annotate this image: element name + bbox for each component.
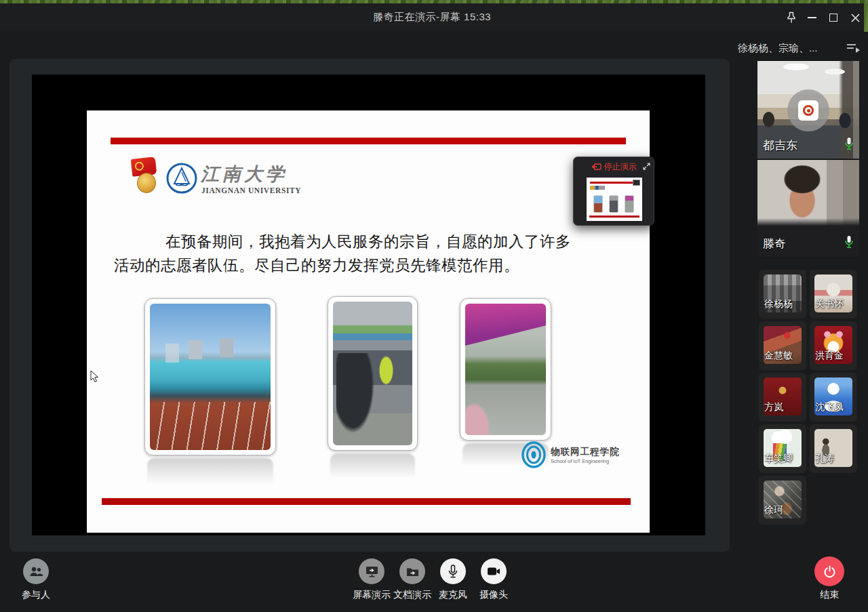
participant-names-summary: 徐杨杨、宗瑜、...	[738, 42, 846, 55]
slide-thumbnail	[587, 178, 642, 221]
camera-watermark-icon	[787, 89, 829, 131]
participants-label: 参与人	[7, 589, 64, 601]
participant-tile[interactable]: 孔涛	[810, 424, 857, 473]
university-name-cn: 江南大学	[201, 162, 288, 186]
mic-on-icon	[844, 235, 854, 251]
slide: 江南大学 JIANGNAN UNIVERSITY 在预备期间，我抱着为人民服务的…	[87, 110, 650, 533]
close-button[interactable]	[846, 9, 864, 26]
participant-tile[interactable]: 徐珂	[759, 476, 806, 525]
participant-name: 都吉东	[763, 138, 797, 153]
photo-reflection	[330, 453, 415, 485]
shared-screen: 江南大学 JIANGNAN UNIVERSITY 在预备期间，我抱着为人民服务的…	[32, 75, 705, 535]
doc-share-icon	[406, 567, 419, 577]
title-bar: 滕奇正在演示-屏幕 15:33	[0, 3, 864, 31]
participant-tile[interactable]: 金慧敏	[759, 321, 806, 370]
participant-name: 孔涛	[815, 453, 834, 465]
participant-list-header[interactable]: 徐杨杨、宗瑜、...	[738, 40, 861, 56]
presentation-stage: 江南大学 JIANGNAN UNIVERSITY 在预备期间，我抱着为人民服务的…	[9, 59, 730, 552]
doc-share-button[interactable]	[399, 558, 425, 584]
participant-name: 金慧敏	[764, 350, 793, 362]
desktop-wallpaper-strip	[864, 3, 868, 32]
participant-name: 车笑卿	[764, 453, 793, 465]
participant-tile[interactable]: 洪育金	[810, 321, 857, 370]
stop-presenting-label: 停止演示	[604, 161, 637, 173]
jiangnan-university-emblem	[165, 162, 198, 197]
expand-icon[interactable]	[643, 161, 650, 173]
people-icon	[28, 567, 43, 577]
stop-presenting-panel: 停止演示	[573, 157, 654, 226]
participant-name: 徐杨杨	[764, 298, 793, 310]
participant-tile[interactable]: 关书怀	[810, 270, 857, 319]
participant-name: 洪育金	[815, 350, 844, 362]
iot-name-en: School of IoT Engineering	[551, 458, 620, 464]
stop-share-icon	[591, 163, 601, 171]
screen-share-icon	[366, 566, 378, 577]
stop-presenting-button[interactable]: 停止演示	[574, 161, 654, 173]
mic-on-icon	[844, 137, 854, 153]
video-tile-tengqi[interactable]: 滕奇	[757, 160, 859, 257]
iot-emblem-icon	[521, 441, 547, 468]
microphone-icon	[448, 565, 458, 579]
photo-track-volunteers	[144, 298, 276, 455]
camera-label: 摄像头	[465, 589, 522, 601]
participant-tile[interactable]: 徐杨杨	[759, 270, 806, 319]
maximize-button[interactable]	[825, 9, 842, 26]
end-meeting-button[interactable]	[814, 556, 844, 586]
photo-rainy-tent	[460, 298, 551, 441]
participant-tile[interactable]: 方岚	[759, 373, 806, 422]
end-meeting-label: 结束	[801, 589, 858, 601]
university-name-en: JIANGNAN UNIVERSITY	[201, 186, 301, 195]
minimize-button[interactable]	[803, 9, 821, 26]
participant-name: 沈飞凤	[815, 401, 844, 413]
participant-tile[interactable]: 车笑卿	[759, 424, 806, 473]
power-icon	[823, 565, 836, 578]
video-tile-dujidong[interactable]: 都吉东	[757, 61, 859, 159]
iot-name-cn: 物联网工程学院	[551, 446, 620, 458]
photo-reflection	[147, 458, 273, 491]
camera-button[interactable]	[481, 558, 507, 584]
participant-name: 关书怀	[815, 298, 844, 310]
participants-button[interactable]	[23, 558, 49, 584]
meeting-window: 滕奇正在演示-屏幕 15:33	[0, 0, 868, 612]
pin-icon[interactable]	[783, 9, 800, 26]
participant-name: 徐珂	[764, 504, 783, 516]
camera-icon	[487, 567, 500, 576]
slide-bottom-bar	[102, 498, 631, 505]
participant-name: 滕奇	[763, 236, 786, 251]
screen-share-button[interactable]	[359, 558, 384, 584]
slide-paragraph: 在预备期间，我抱着为人民服务的宗旨，自愿的加入了许多活动的志愿者队伍。尽自己的努…	[114, 230, 572, 277]
photo-marathon-finish	[328, 296, 418, 451]
window-title: 滕奇正在演示-屏幕 15:33	[0, 11, 864, 24]
mic-button[interactable]	[440, 558, 466, 584]
participant-tile[interactable]: 沈飞凤	[810, 373, 857, 422]
slide-top-bar	[111, 138, 626, 144]
participant-name: 方岚	[764, 401, 783, 413]
list-toggle-icon[interactable]	[846, 43, 861, 54]
mouse-cursor	[90, 370, 99, 386]
iot-school-logo: 物联网工程学院 School of IoT Engineering	[521, 441, 620, 468]
party-badge-logo	[129, 157, 163, 197]
